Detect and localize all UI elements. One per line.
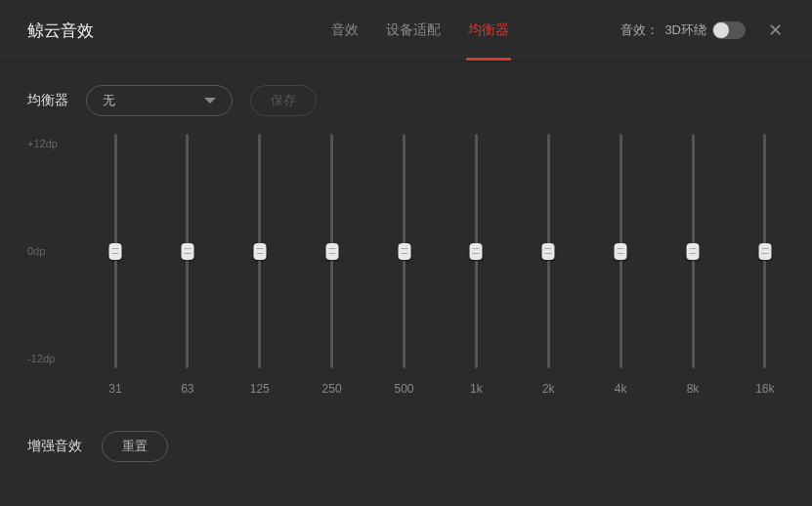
eq-band-1k: 1k bbox=[456, 134, 495, 396]
eq-thumb-250[interactable] bbox=[325, 243, 338, 260]
eq-slider-16k[interactable] bbox=[763, 134, 766, 368]
freq-label: 63 bbox=[181, 382, 193, 396]
eq-band-500: 500 bbox=[385, 134, 424, 396]
eq-thumb-2k[interactable] bbox=[542, 243, 555, 260]
freq-label: 8k bbox=[687, 382, 700, 396]
eq-slider-31[interactable] bbox=[114, 134, 117, 368]
save-button[interactable]: 保存 bbox=[250, 85, 317, 116]
eq-slider-250[interactable] bbox=[330, 134, 333, 368]
eq-band-4k: 4k bbox=[601, 134, 640, 396]
eq-thumb-31[interactable] bbox=[109, 243, 122, 260]
freq-label: 125 bbox=[250, 382, 270, 396]
freq-label: 500 bbox=[394, 382, 413, 396]
close-icon[interactable]: ✕ bbox=[765, 21, 785, 40]
tab-bar: 音效 设备适配 均衡器 bbox=[318, 0, 523, 61]
tab-equalizer[interactable]: 均衡器 bbox=[454, 0, 523, 61]
eq-controls-row: 均衡器 无 保存 bbox=[0, 62, 812, 126]
equalizer-area: +12dp 0dp -12dp 31631252505001k2k4k8k16k bbox=[0, 134, 812, 396]
freq-label: 16k bbox=[755, 382, 774, 396]
freq-label: 31 bbox=[108, 382, 121, 396]
eq-thumb-4k[interactable] bbox=[615, 243, 627, 260]
y-label-mid: 0dp bbox=[27, 245, 74, 257]
y-label-top: +12dp bbox=[27, 138, 74, 149]
eq-band-16k: 16k bbox=[746, 134, 785, 396]
eq-band-250: 250 bbox=[313, 134, 352, 396]
eq-thumb-125[interactable] bbox=[253, 243, 266, 260]
eq-slider-125[interactable] bbox=[258, 134, 261, 368]
eq-thumb-8k[interactable] bbox=[687, 243, 700, 260]
chevron-down-icon bbox=[204, 98, 216, 104]
eq-thumb-16k[interactable] bbox=[758, 243, 771, 260]
eq-band-8k: 8k bbox=[673, 134, 712, 396]
eq-band-2k: 2k bbox=[529, 134, 568, 396]
toggle-knob bbox=[713, 22, 729, 38]
slider-row: 31631252505001k2k4k8k16k bbox=[74, 134, 785, 396]
eq-band-63: 63 bbox=[168, 134, 207, 396]
eq-slider-2k[interactable] bbox=[547, 134, 550, 368]
enhance-label: 增强音效 bbox=[27, 438, 82, 455]
eq-band-31: 31 bbox=[96, 134, 135, 396]
freq-label: 2k bbox=[542, 382, 555, 396]
eq-slider-4k[interactable] bbox=[620, 134, 622, 368]
tab-sound-effect[interactable]: 音效 bbox=[318, 0, 372, 61]
eq-section-label: 均衡器 bbox=[27, 92, 68, 109]
enhance-row: 增强音效 重置 bbox=[0, 396, 812, 462]
eq-slider-8k[interactable] bbox=[692, 134, 695, 368]
preset-selected-value: 无 bbox=[103, 92, 115, 109]
y-label-bottom: -12dp bbox=[27, 353, 74, 364]
app-title: 鲸云音效 bbox=[27, 20, 94, 42]
y-axis-labels: +12dp 0dp -12dp bbox=[27, 134, 74, 368]
sound-effect-toggle[interactable] bbox=[712, 21, 746, 39]
eq-slider-1k[interactable] bbox=[475, 134, 478, 368]
preset-dropdown[interactable]: 无 bbox=[86, 85, 233, 116]
sound-effect-toggle-group: 音效： 3D环绕 bbox=[620, 21, 746, 39]
eq-thumb-1k[interactable] bbox=[470, 243, 483, 260]
eq-slider-63[interactable] bbox=[186, 134, 189, 368]
freq-label: 250 bbox=[322, 382, 342, 396]
toggle-value: 3D环绕 bbox=[664, 21, 706, 39]
reset-button[interactable]: 重置 bbox=[102, 431, 168, 462]
toggle-label: 音效： bbox=[620, 21, 659, 39]
eq-slider-500[interactable] bbox=[403, 134, 406, 368]
eq-band-125: 125 bbox=[240, 134, 279, 396]
freq-label: 1k bbox=[470, 382, 483, 396]
freq-label: 4k bbox=[615, 382, 627, 396]
header-bar: 鲸云音效 音效 设备适配 均衡器 音效： 3D环绕 ✕ bbox=[0, 0, 812, 61]
tab-device[interactable]: 设备适配 bbox=[372, 0, 454, 61]
eq-thumb-500[interactable] bbox=[398, 243, 410, 260]
eq-thumb-63[interactable] bbox=[181, 243, 193, 260]
